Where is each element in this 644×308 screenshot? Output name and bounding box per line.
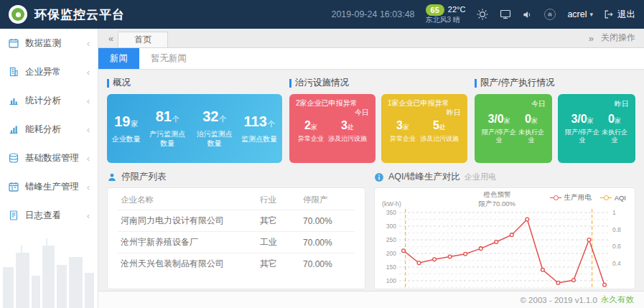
building-icon [8, 66, 19, 78]
table-row: 河南同力电力设计有限公司 其它 70.00% [118, 210, 355, 232]
svg-text:200: 200 [386, 250, 396, 257]
svg-text:150: 150 [386, 263, 396, 271]
stop-list-title: 停限产列表 [107, 171, 365, 183]
stat-monitor-points: 113个 监测点数量 [241, 114, 277, 144]
chevron-left-icon: ‹ [87, 67, 90, 78]
stat-treatment-points: 32个 治污监测点数量 [195, 109, 235, 148]
facility-card-yesterday: 1家企业已申报异常 昨日 3家 异常企业 5处 涉及治污设施 [381, 94, 467, 163]
section-title-production: 限产/停产执行情况 [475, 77, 635, 89]
notification-icon[interactable] [543, 8, 556, 21]
datetime-display: 2019-09-24 16:03:48 [331, 9, 414, 19]
chevron-left-icon: ‹ [87, 210, 90, 221]
aqi-chart-panel: (kW-h) 橙色预警 限产70.00% 生产用电 [374, 187, 635, 289]
username-label: acrel [567, 9, 587, 19]
sidebar-item-label: 统计分析 [25, 95, 61, 107]
section-title-facility: 治污设施情况 [289, 77, 467, 89]
svg-text:0.4: 0.4 [612, 260, 621, 267]
expand-tabs-button[interactable]: » [584, 33, 598, 47]
overview-stats-card: 19家 企业数量 81个 产污监测点数量 32个 治污监测点数量 [107, 94, 282, 163]
sidebar-item-enterprise-abnormal[interactable]: 企业异常 ‹ [0, 57, 98, 86]
dashboard-content: 概况 19家 企业数量 81个 产污监测点数量 [98, 70, 644, 291]
chevron-left-icon: ‹ [87, 124, 90, 135]
sun-icon [476, 8, 489, 21]
stop-list-table: 企业名称 行业 停限产 河南同力电力设计有限公司 其它 [118, 190, 355, 274]
chevron-left-icon: ‹ [87, 95, 90, 106]
chart-legend: 生产用电 AQI [550, 193, 626, 202]
warning-annotation: 橙色预警 限产70.00% [479, 190, 515, 209]
sidebar-item-data-monitoring[interactable]: 数据监测 ‹ [0, 29, 98, 57]
svg-text:300: 300 [386, 223, 396, 230]
temperature-label: 22°C [448, 5, 466, 15]
copyright-label: © 2003 - 2019 v1.1.0 [520, 296, 597, 304]
database-icon [8, 152, 19, 164]
news-bar: 新闻 暂无新闻 [98, 48, 644, 70]
validity-label: 永久有效 [601, 294, 634, 305]
svg-text:1: 1 [612, 209, 616, 216]
aqi-chart-title: AQI/错峰生产对比 企业用电 [374, 171, 635, 183]
stat-pollution-points: 81个 产污监测点数量 [147, 109, 187, 148]
chevron-left-icon: ‹ [87, 182, 90, 192]
sidebar-item-label: 数据监测 [25, 37, 61, 50]
document-icon [8, 210, 19, 221]
app-title: 环保监控云平台 [34, 6, 125, 23]
section-accent-bar [475, 79, 477, 88]
tab-bar: « 首页 » 关闭操作 [98, 29, 644, 48]
y-axis-unit-label: (kW-h) [382, 200, 401, 207]
sidebar-item-statistics[interactable]: 统计分析 ‹ [0, 86, 98, 115]
calendar-icon [8, 181, 19, 192]
calendar-icon [8, 37, 19, 49]
logout-button[interactable]: 退出 [604, 9, 635, 21]
production-card-yesterday: 昨日 3/0家 限产/停产企业 0家 未执行企业 [558, 94, 635, 163]
city-skyline-watermark [0, 225, 98, 308]
col-enterprise-name: 企业名称 [118, 190, 257, 210]
app-header: 环保监控云平台 2019-09-24 16:03:48 65 22°C 东北风3… [0, 0, 644, 29]
monitor-icon[interactable] [500, 9, 511, 20]
sidebar-item-label: 错峰生产管理 [25, 181, 79, 193]
bar-chart-icon [8, 95, 19, 106]
svg-text:0.6: 0.6 [612, 243, 621, 250]
sidebar-item-basic-data[interactable]: 基础数据管理 ‹ [0, 144, 98, 172]
tab-news[interactable]: 新闻 [98, 48, 139, 69]
svg-text:100: 100 [386, 277, 396, 284]
app-logo-icon [9, 5, 27, 24]
svg-text:250: 250 [386, 236, 396, 243]
bar-chart-icon [8, 123, 19, 135]
legend-marker [550, 197, 561, 198]
chevron-left-icon: ‹ [87, 153, 90, 164]
tab-no-news[interactable]: 暂无新闻 [139, 48, 198, 69]
person-icon [107, 172, 117, 182]
section-accent-bar [107, 79, 109, 88]
stop-list-panel: 企业名称 行业 停限产 河南同力电力设计有限公司 其它 [107, 187, 365, 289]
table-row: 沧州天兴包装制品有限公司 其它 70.00% [118, 253, 355, 275]
sidebar: 数据监测 ‹ 企业异常 ‹ 统计分析 ‹ [0, 29, 98, 308]
legend-item-aqi[interactable]: AQI [600, 193, 626, 202]
sidebar-item-offpeak-production[interactable]: 错峰生产管理 ‹ [0, 172, 98, 201]
legend-item-power[interactable]: 生产用电 [550, 193, 592, 202]
production-card-today: 今日 3/0家 限产/停产企业 0家 未执行企业 [475, 94, 552, 163]
stat-enterprise-count: 19家 企业数量 [112, 114, 141, 144]
collapse-tabs-button[interactable]: « [104, 33, 118, 47]
table-row: 沧州宇新养殖设备厂 工业 70.00% [118, 232, 355, 253]
chevron-left-icon: ‹ [87, 38, 90, 49]
user-menu[interactable]: acrel ▾ [567, 9, 593, 19]
svg-text:350: 350 [386, 209, 396, 216]
weather-label: 东北风3 晴 [426, 16, 460, 25]
weather-display: 65 22°C 东北风3 晴 [426, 4, 466, 25]
col-industry: 行业 [257, 190, 300, 210]
sidebar-item-energy-analysis[interactable]: 能耗分析 ‹ [0, 115, 98, 144]
col-stop-limit: 停限产 [300, 190, 355, 210]
section-title-overview: 概况 [107, 77, 282, 89]
sidebar-item-log-view[interactable]: 日志查看 ‹ [0, 201, 98, 230]
sidebar-item-label: 能耗分析 [25, 123, 61, 136]
svg-text:0.8: 0.8 [612, 226, 621, 233]
tab-home[interactable]: 首页 [118, 32, 168, 47]
table-header-row: 企业名称 行业 停限产 [118, 190, 355, 210]
close-operations-button[interactable]: 关闭操作 [598, 32, 638, 47]
logout-label: 退出 [617, 9, 635, 21]
sidebar-item-label: 企业异常 [25, 66, 61, 78]
sidebar-item-label: 日志查看 [25, 210, 61, 222]
chevron-down-icon: ▾ [589, 11, 593, 18]
sidebar-item-label: 基础数据管理 [25, 152, 79, 164]
aqi-badge: 65 [426, 4, 444, 16]
volume-icon[interactable] [522, 9, 533, 20]
